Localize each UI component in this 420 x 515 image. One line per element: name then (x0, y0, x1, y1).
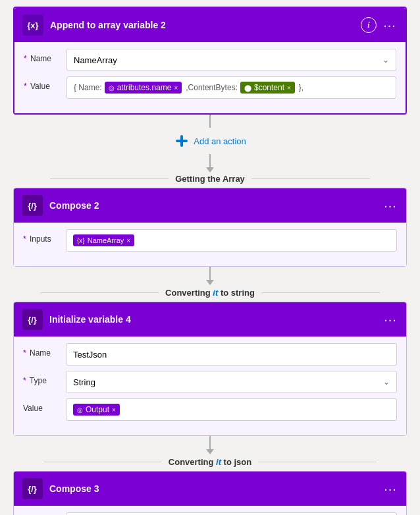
value-prefix: { Name: (74, 83, 102, 92)
name-value: NameArray (74, 55, 117, 65)
init-name-input[interactable]: TestJson (66, 343, 397, 366)
content-tag: ⬤ $content × (240, 82, 295, 94)
attributes-name-tag: ◎ attributes.name × (105, 82, 182, 94)
tag-close[interactable]: × (174, 84, 178, 92)
compose-2-icon: {/} (22, 195, 43, 216)
initialize-var-4-body: * Name TestJson * Type String ⌄ Value (14, 337, 406, 435)
initialize-var-4-more[interactable]: ··· (382, 312, 398, 327)
init-name-label: * Name (23, 343, 59, 358)
init-name-row: * Name TestJson (23, 343, 397, 366)
arrow-down-3 (206, 449, 214, 454)
inputs-input-2[interactable]: fx json(...) × (66, 512, 397, 515)
compose-3-icon: {/} (22, 478, 43, 499)
init-type-value: String (73, 377, 95, 387)
inputs-field-row-1: * Inputs {x} NameArray × (23, 229, 397, 252)
getting-array-label-row: Getting the Array (13, 174, 407, 184)
initialize-var-4-title: Initialize variable 4 (49, 314, 376, 325)
append-array-header: {x} Append to array variable 2 i ··· (14, 8, 406, 42)
more-options-button[interactable]: ··· (382, 17, 398, 33)
connector-2 (13, 267, 407, 285)
initialize-var-4-icon: {/} (22, 309, 43, 330)
compose-3-body: * Inputs fx json(...) × (14, 506, 406, 515)
content-tag-close[interactable]: × (287, 84, 291, 92)
arrow-line-3 (209, 267, 211, 280)
compose-2-card: {/} Compose 2 ··· * Inputs {x} NameArray… (13, 188, 407, 267)
name-array-close[interactable]: × (126, 237, 130, 244)
arrow-down-1 (206, 167, 214, 173)
init-type-input[interactable]: String ⌄ (66, 371, 397, 393)
output-tag-icon: ◎ (77, 406, 83, 414)
compose-3-more[interactable]: ··· (382, 481, 398, 497)
svg-rect-1 (180, 135, 183, 147)
append-array-actions: i ··· (361, 17, 398, 33)
content-tag-label: $content (254, 83, 284, 92)
init-name-value: TestJson (73, 350, 107, 360)
init-value-input[interactable]: ◎ Output × (66, 398, 397, 421)
arrow-line-1 (209, 115, 211, 128)
label-line-right-1 (251, 178, 370, 179)
append-array-card: {x} Append to array variable 2 i ··· * N… (13, 7, 407, 115)
compose-2-title: Compose 2 (49, 200, 376, 211)
name-dropdown-arrow: ⌄ (382, 55, 389, 65)
init-value-label: Value (23, 398, 59, 413)
flow-container: {x} Append to array variable 2 i ··· * N… (0, 0, 420, 515)
label-line-right-3 (258, 462, 377, 462)
init-value-tags: ◎ Output × (73, 404, 121, 416)
name-label: * Name (24, 49, 60, 63)
output-tag-close[interactable]: × (112, 406, 116, 414)
compose-2-header: {/} Compose 2 ··· (14, 188, 406, 223)
converting-string-label: Converting it to string (165, 288, 255, 298)
compose-2-actions: ··· (382, 198, 398, 213)
value-label: * Value (24, 76, 60, 91)
output-tag: ◎ Output × (73, 404, 120, 416)
add-icon-svg (174, 134, 189, 148)
getting-array-label: Getting the Array (175, 174, 245, 184)
inputs-label-2: * Inputs (23, 512, 59, 515)
initialize-var-4-card: {/} Initialize variable 4 ··· * Name Tes… (13, 302, 407, 436)
green-tag-icon: ⬤ (244, 84, 251, 92)
compose-2-body: * Inputs {x} NameArray × (14, 223, 406, 266)
inputs-label-1: * Inputs (23, 229, 59, 244)
arrow-down-2 (206, 280, 214, 285)
init-type-label: * Type (23, 371, 59, 385)
inputs-tags-1: {x} NameArray × (73, 234, 136, 246)
arrow-line-2 (209, 154, 211, 167)
label-line-left-3 (43, 462, 162, 462)
name-array-icon: {x} (77, 237, 85, 244)
inputs-field-row-2: * Inputs fx json(...) × (23, 512, 397, 515)
name-input[interactable]: NameArray ⌄ (66, 49, 396, 71)
label-line-right-2 (261, 292, 380, 293)
inputs-input-1[interactable]: {x} NameArray × (66, 229, 397, 252)
init-type-row: * Type String ⌄ (23, 371, 397, 393)
compose-3-title: Compose 3 (49, 483, 376, 494)
tag-icon: ◎ (109, 84, 115, 92)
append-array-icon: {x} (22, 14, 43, 36)
content-bytes-label: ,ContentBytes: (186, 83, 238, 92)
label-line-left-2 (40, 292, 159, 293)
info-button[interactable]: i (361, 17, 377, 33)
value-suffix: }, (299, 83, 303, 92)
compose-2-more-button[interactable]: ··· (382, 198, 398, 213)
append-array-body: * Name NameArray ⌄ * Value { Name: ◎ (14, 42, 406, 113)
label-line-left-1 (50, 178, 169, 179)
tag-label: attributes.name (117, 83, 172, 92)
add-action-button-1[interactable]: Add an action (169, 130, 251, 151)
compose-3-header: {/} Compose 3 ··· (14, 472, 406, 506)
init-type-arrow: ⌄ (383, 377, 390, 387)
compose-3-card: {/} Compose 3 ··· * Inputs fx json(...) … (13, 471, 407, 515)
value-tags-container: { Name: ◎ attributes.name × ,ContentByte… (74, 82, 303, 94)
initialize-var-4-header: {/} Initialize variable 4 ··· (14, 302, 406, 337)
append-array-title: Append to array variable 2 (50, 20, 354, 30)
converting-json-label: Converting it to json (169, 457, 251, 467)
name-array-tag: {x} NameArray × (73, 234, 134, 246)
converting-json-label-row: Converting it to json (13, 457, 407, 467)
converting-string-label-row: Converting it to string (13, 288, 407, 298)
compose-3-actions: ··· (382, 481, 398, 497)
output-tag-label: Output (86, 405, 109, 414)
value-input[interactable]: { Name: ◎ attributes.name × ,ContentByte… (66, 76, 396, 99)
add-action-connector-1: Add an action (13, 115, 407, 173)
arrow-line-4 (209, 436, 211, 449)
add-action-label: Add an action (194, 136, 246, 146)
name-field-row: * Name NameArray ⌄ (24, 49, 396, 71)
value-field-row: * Value { Name: ◎ attributes.name × ,Con… (24, 76, 396, 99)
